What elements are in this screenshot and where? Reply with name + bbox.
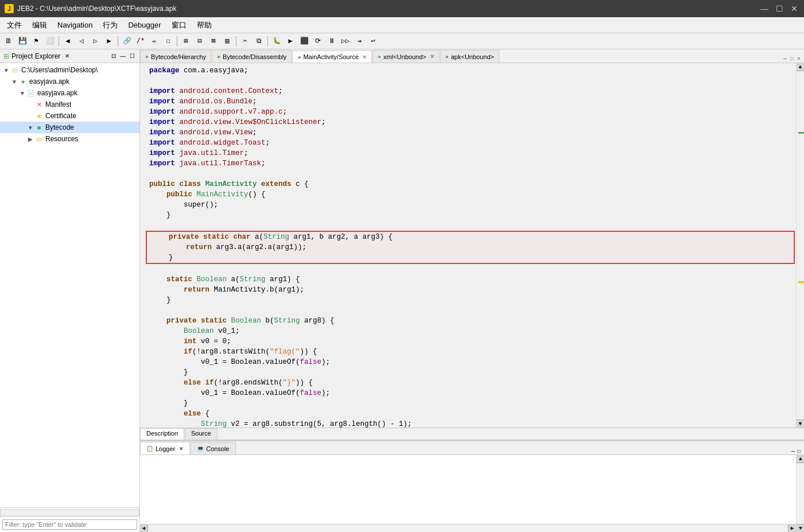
toolbar-grid[interactable]: ⊞ [180, 35, 192, 48]
tab-close-4[interactable]: ✕ [430, 53, 434, 60]
hscroll-right[interactable]: ▶ [788, 525, 796, 533]
toolbar-back2[interactable]: ◁ [75, 35, 88, 48]
tab-bytecode-hierarchy[interactable]: ● Bytecode/Hierarchy [140, 50, 211, 63]
toolbar-grid2[interactable]: ⊟ [193, 35, 206, 48]
bytecode-icon: ■ [34, 123, 44, 132]
toolbar-fwd2[interactable]: ▶ [103, 35, 115, 48]
toolbar-flag[interactable]: ⚑ [30, 35, 42, 48]
menu-navigation[interactable]: Navigation [53, 19, 97, 31]
toolbar-edit[interactable]: ✏ [148, 35, 161, 48]
toolbar-more1[interactable]: ☐ [162, 35, 174, 48]
tree-item-easyjava1[interactable]: ▼ ● easyjava.apk [0, 76, 139, 87]
tab-source[interactable]: Source [185, 428, 217, 440]
toolbar-comment[interactable]: /* [134, 35, 147, 48]
tree-item-root[interactable]: ▼ 🗁 C:\Users\admin\Desktop\ [0, 64, 139, 76]
bottom-tab-controls: — ☐ [791, 448, 804, 455]
left-hscroll[interactable] [0, 509, 139, 516]
toolbar-new[interactable]: 🗎 [2, 35, 15, 48]
panel-ctrl-1[interactable]: ⊡ [110, 52, 118, 60]
minimize-button[interactable]: — [759, 3, 770, 14]
tree-item-manifest[interactable]: ▶ ✕ Manifest [0, 99, 139, 110]
toolbar-fwd[interactable]: ▷ [89, 35, 102, 48]
tree-label-easyjava1: easyjava.apk [29, 77, 69, 86]
code-line: import android.view.View$OnClickListener… [145, 117, 796, 127]
panel-ctrl-3[interactable]: ☐ [128, 52, 136, 60]
scrollbar-up-arrow[interactable]: ▲ [797, 63, 804, 71]
code-line-highlight-1: private static char a(String arg1, b arg… [147, 232, 794, 242]
toolbar-step[interactable]: ⟳ [312, 35, 324, 48]
tab-description[interactable]: Description [140, 428, 184, 440]
toolbar-save[interactable]: 💾 [16, 35, 29, 48]
filter-input[interactable] [2, 519, 137, 530]
bottom-ctrl-min[interactable]: — [791, 448, 795, 455]
close-panel-icon[interactable]: ✕ [65, 53, 69, 59]
bottom-right-scroll[interactable]: ▲ ▼ [796, 455, 804, 532]
menu-debugger[interactable]: Debugger [123, 19, 165, 31]
code-line: private static Boolean b(String arg8) { [145, 316, 796, 326]
toolbar-play[interactable]: ▶ [284, 35, 297, 48]
tab-close-3[interactable]: ✕ [362, 54, 367, 60]
code-scroll-area[interactable]: package com.a.easyjava; import android.c… [140, 63, 804, 428]
tree-item-bytecode[interactable]: ▼ ■ Bytecode [0, 122, 139, 133]
code-line: } [145, 367, 796, 378]
logger-close[interactable]: ✕ [179, 446, 184, 452]
tab-icon-4: ● [378, 53, 381, 60]
tree-label-bytecode: Bytecode [45, 123, 74, 131]
menu-file[interactable]: 文件 [2, 18, 26, 32]
tree-item-easyjava2[interactable]: ▼ 📄 easyjava.apk [0, 87, 139, 99]
title-bar-controls[interactable]: — ☐ ✕ [759, 3, 799, 14]
panel-ctrl-2[interactable]: — [119, 52, 127, 60]
code-line [145, 264, 796, 274]
toolbar-link[interactable]: 🔗 [121, 35, 133, 48]
tab-label-4: xml<Unbound> [383, 53, 426, 60]
toolbar-debug[interactable]: 🐛 [270, 35, 283, 48]
tab-ctrl-close[interactable]: ✕ [796, 55, 802, 63]
code-line: super(); [145, 200, 796, 210]
toolbar-cut[interactable]: ✂ [239, 35, 251, 48]
hscroll-track[interactable] [148, 526, 788, 531]
hscroll-left[interactable]: ◀ [140, 525, 148, 533]
toolbar-more3[interactable]: ↩ [367, 35, 379, 48]
tab-ctrl-min[interactable]: — [782, 55, 788, 63]
right-scrollbar[interactable]: ▲ ▼ [796, 63, 804, 428]
menu-help[interactable]: 帮助 [192, 18, 216, 32]
editor-tabs: ● Bytecode/Hierarchy ● Bytecode/Disassem… [140, 49, 804, 63]
tab-icon-2: ● [217, 53, 220, 60]
title-bar-left: J JEB2 - C:\Users\admin\Desktop\XCTF\eas… [5, 4, 176, 13]
menu-edit[interactable]: 编辑 [28, 18, 52, 32]
code-line: } [145, 210, 796, 220]
scrollbar-down-arrow[interactable]: ▼ [797, 420, 804, 428]
tab-apk-unbound[interactable]: ● apk<Unbound> [440, 50, 499, 63]
toolbar-resume[interactable]: ▷▷ [339, 35, 352, 48]
maximize-button[interactable]: ☐ [774, 3, 784, 14]
tab-ctrl-max[interactable]: ☐ [789, 55, 795, 63]
tree-item-resources[interactable]: ▶ 🗁 Resources [0, 133, 139, 145]
tree-item-certificate[interactable]: ▶ ★ Certificate [0, 110, 139, 122]
toolbar-copy[interactable]: ⧉ [253, 35, 265, 48]
bottom-vscroll-up[interactable]: ▲ [797, 455, 804, 463]
toolbar-stop[interactable]: ⬛ [298, 35, 310, 48]
tree-arrow-resources: ▶ [26, 136, 34, 142]
bottom-ctrl-max[interactable]: ☐ [797, 448, 801, 455]
toolbar-cols2[interactable]: ▤ [221, 35, 234, 48]
bottom-hscroll[interactable]: ◀ ▶ [140, 524, 796, 532]
code-line: import android.widget.Toast; [145, 138, 796, 148]
bottom-vscroll-down[interactable]: ▼ [797, 524, 804, 532]
tree-arrow-easyjava2: ▼ [18, 90, 26, 96]
bottom-tab-logger[interactable]: 📋 Logger ✕ [140, 442, 190, 455]
tab-mainactivity-source[interactable]: ● MainActivity/Source ✕ [292, 51, 372, 63]
tab-bytecode-disassembly[interactable]: ● Bytecode/Disassembly [212, 50, 292, 63]
menu-window[interactable]: 窗口 [167, 18, 191, 32]
tab-xml-unbound[interactable]: ● xml<Unbound> ✕ [372, 50, 440, 63]
toolbar-3[interactable]: ⬜ [44, 35, 56, 48]
bottom-tab-console[interactable]: 💻 Console [191, 442, 235, 455]
tab-icon-3: ● [297, 54, 301, 60]
toolbar-cols[interactable]: ⊠ [207, 35, 220, 48]
toolbar-back[interactable]: ◀ [61, 35, 74, 48]
project-tree: ▼ 🗁 C:\Users\admin\Desktop\ ▼ ● easyjava… [0, 63, 139, 507]
code-line: else if(!arg8.endsWith("}")) { [145, 378, 796, 388]
close-button[interactable]: ✕ [789, 3, 799, 14]
toolbar-pause[interactable]: ⏸ [325, 35, 338, 48]
menu-action[interactable]: 行为 [98, 18, 122, 32]
toolbar-more2[interactable]: ⇥ [353, 35, 366, 48]
